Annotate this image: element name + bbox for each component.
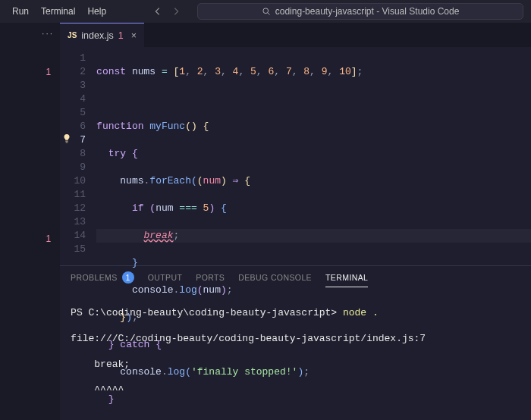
line-number: 7 bbox=[60, 133, 86, 147]
nav-arrows bbox=[152, 5, 182, 17]
line-number: 5 bbox=[60, 106, 86, 120]
menu-terminal[interactable]: Terminal bbox=[35, 3, 81, 20]
svg-point-0 bbox=[263, 8, 269, 14]
sidebar-error-count: 1 bbox=[0, 64, 60, 80]
line-number: 15 bbox=[60, 243, 86, 256]
explorer-sidebar: ··· 1 1 bbox=[0, 23, 60, 420]
editor-group: JS index.js 1 × 1 2 3 4 5 6 7 8 9 10 11 bbox=[60, 23, 531, 420]
sidebar-file-row[interactable] bbox=[0, 44, 60, 64]
close-icon[interactable]: × bbox=[131, 30, 137, 41]
nav-forward-icon[interactable] bbox=[170, 5, 182, 17]
line-number: 8 bbox=[60, 147, 86, 161]
line-number: 9 bbox=[60, 161, 86, 174]
line-number: 12 bbox=[60, 202, 86, 215]
sidebar-actions[interactable]: ··· bbox=[0, 23, 60, 44]
line-number: 6 bbox=[60, 120, 86, 133]
line-number: 1 bbox=[60, 52, 86, 65]
line-number: 13 bbox=[60, 215, 86, 229]
line-number: 10 bbox=[60, 174, 86, 188]
line-gutter: 1 2 3 4 5 6 7 8 9 10 11 12 13 14 15 bbox=[60, 52, 96, 265]
command-center[interactable]: coding-beauty-javascript - Visual Studio… bbox=[197, 3, 523, 20]
tab-bar: JS index.js 1 × bbox=[60, 23, 531, 47]
menu-help[interactable]: Help bbox=[81, 3, 112, 20]
js-file-icon: JS bbox=[68, 31, 77, 39]
code-content[interactable]: const nums = [1, 2, 3, 4, 5, 6, 7, 8, 9,… bbox=[96, 52, 531, 265]
line-number: 3 bbox=[60, 79, 86, 92]
line-number: 2 bbox=[60, 65, 86, 79]
line-number: 4 bbox=[60, 92, 86, 106]
search-icon bbox=[262, 7, 271, 16]
svg-line-1 bbox=[268, 13, 270, 15]
line-number: 14 bbox=[60, 229, 86, 243]
menu-run[interactable]: Run bbox=[6, 3, 35, 20]
tab-label: index.js bbox=[81, 30, 113, 41]
sidebar-error-count-outline: 1 bbox=[0, 230, 60, 247]
nav-back-icon[interactable] bbox=[152, 5, 164, 17]
line-number: 11 bbox=[60, 188, 86, 202]
code-editor[interactable]: 1 2 3 4 5 6 7 8 9 10 11 12 13 14 15 cons… bbox=[60, 47, 531, 265]
tab-index-js[interactable]: JS index.js 1 × bbox=[60, 23, 144, 47]
title-bar: Run Terminal Help coding-beauty-javascri… bbox=[0, 0, 531, 23]
window-title: coding-beauty-javascript - Visual Studio… bbox=[275, 6, 460, 17]
tab-error-badge: 1 bbox=[118, 30, 124, 41]
menu-bar: Run Terminal Help bbox=[6, 3, 112, 20]
